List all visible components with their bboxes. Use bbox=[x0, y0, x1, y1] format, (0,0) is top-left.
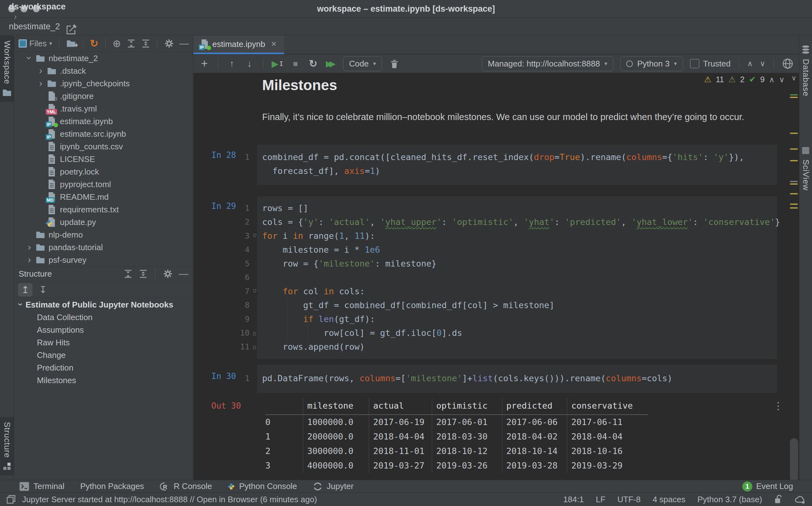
checkbox-icon[interactable] bbox=[690, 59, 699, 68]
settings-button[interactable] bbox=[163, 269, 173, 278]
inspection-stripe-mark[interactable] bbox=[790, 193, 798, 194]
open-in-browser-icon[interactable] bbox=[782, 58, 793, 69]
tool-window-button-workspace[interactable]: Workspace bbox=[0, 35, 14, 102]
previous-cell-icon[interactable]: ∧ bbox=[747, 59, 753, 68]
chevron-right-icon[interactable]: › bbox=[39, 78, 42, 88]
cloud-settings-icon[interactable] bbox=[794, 495, 806, 504]
inspection-stripe-mark[interactable] bbox=[790, 94, 798, 95]
file-tree-item-poetry-lock[interactable]: poetry.lock bbox=[14, 165, 193, 178]
fold-start-icon[interactable]: ⌂ bbox=[253, 229, 257, 243]
status-line-ending[interactable]: LF bbox=[596, 495, 605, 504]
restart-kernel-button[interactable]: ↻ bbox=[308, 58, 319, 70]
file-tree-item-estimate-ipynb[interactable]: IPestimate.ipynb bbox=[14, 115, 193, 128]
fold-end-icon[interactable]: ⌂ bbox=[253, 343, 257, 350]
structure-item-prediction[interactable]: Prediction bbox=[14, 361, 193, 374]
scrollbar-thumb[interactable] bbox=[790, 438, 798, 480]
collapse-all-button[interactable] bbox=[139, 269, 148, 278]
status-message[interactable]: Jupyter Server started at http://localho… bbox=[22, 495, 317, 504]
file-tree-item-psf-survey[interactable]: ›psf-survey bbox=[14, 254, 193, 266]
breadcrumb-item[interactable]: ds-workspace bbox=[9, 2, 74, 12]
tool-window-button-r-console[interactable]: RR Console bbox=[160, 482, 212, 491]
tool-window-button-sciview[interactable]: ▦ SciView bbox=[799, 140, 812, 196]
inspections-widget[interactable]: ⚠ 11 ⚠ 2 ✔ 9 ∧ ∨ bbox=[704, 75, 785, 84]
cell-editor[interactable]: pd.DataFrame(rows, columns=['milestone']… bbox=[257, 364, 777, 393]
kernel-select[interactable]: Python 3 ▾ bbox=[620, 57, 683, 71]
status-file-encoding[interactable]: UTF-8 bbox=[617, 495, 641, 504]
code-cell-in-29[interactable]: In 291234567891011⌂⌂⌂⌂rows = []cols = {'… bbox=[193, 196, 789, 359]
tool-window-button-structure[interactable]: Structure bbox=[0, 417, 14, 476]
file-tree-item--gitignore[interactable]: ⊘.gitignore bbox=[14, 90, 193, 102]
inspection-stripe-mark[interactable] bbox=[790, 160, 798, 161]
file-tree-item-requirements-txt[interactable]: requirements.txt bbox=[14, 203, 193, 216]
file-tree-item-pandas-tutorial[interactable]: ›pandas-tutorial bbox=[14, 241, 193, 254]
inspection-stripe-mark[interactable] bbox=[790, 203, 798, 205]
add-cell-button[interactable]: + bbox=[199, 57, 210, 70]
file-tree-item-license[interactable]: LICENSE bbox=[14, 153, 193, 165]
structure-item-assumptions[interactable]: Assumptions bbox=[14, 324, 193, 336]
status-caret-position[interactable]: 184:1 bbox=[563, 495, 584, 504]
inspection-stripe-mark[interactable] bbox=[790, 183, 798, 185]
cell-editor[interactable]: rows = []cols = {'y': 'actual', 'yhat_up… bbox=[257, 196, 777, 359]
sort-last-button[interactable]: ↧ bbox=[36, 283, 50, 297]
inspection-stripe-mark[interactable] bbox=[790, 133, 798, 134]
files-view-selector[interactable]: Files▾ bbox=[19, 39, 52, 49]
structure-item-milestones[interactable]: Milestones bbox=[14, 374, 193, 387]
chevron-right-icon[interactable]: › bbox=[28, 242, 31, 252]
trusted-checkbox[interactable]: Trusted bbox=[690, 59, 731, 69]
file-tree-item-estimate-src-ipynb[interactable]: IPestimate.src.ipynb bbox=[14, 128, 193, 140]
server-select[interactable]: Managed: http://localhost:8888 ▾ bbox=[482, 57, 613, 71]
structure-item-change[interactable]: Change bbox=[14, 349, 193, 361]
file-tree-item--travis-yml[interactable]: YML.travis.yml bbox=[14, 102, 193, 115]
code-cell-in-30[interactable]: In 301pd.DataFrame(rows, columns=['miles… bbox=[193, 364, 789, 393]
code-cell-in-28[interactable]: In 281combined_df = pd.concat([cleaned_h… bbox=[193, 145, 789, 185]
file-tree-item-update-py[interactable]: update.py bbox=[14, 216, 193, 229]
file-tree-item-nlp-demo[interactable]: nlp-demo bbox=[14, 229, 193, 241]
move-up-button[interactable]: ↑ bbox=[226, 58, 237, 69]
tab-estimate-ipynb[interactable]: IP estimate.ipynb ✕ bbox=[193, 35, 284, 54]
inspection-stripe-mark[interactable] bbox=[790, 181, 798, 182]
inspection-stripe-mark[interactable] bbox=[790, 207, 798, 208]
hide-button[interactable]: — bbox=[179, 268, 188, 279]
tool-window-toggle-icon[interactable] bbox=[6, 495, 16, 504]
move-down-button[interactable]: ↓ bbox=[244, 58, 255, 69]
next-cell-icon[interactable]: ∨ bbox=[760, 59, 765, 68]
sync-button[interactable]: ↻ bbox=[90, 37, 98, 50]
cell-type-select[interactable]: Code▾ bbox=[343, 57, 382, 71]
structure-root-item[interactable]: ›Estimate of Public Jupyter Notebooks bbox=[14, 299, 193, 311]
chevron-down-icon[interactable]: › bbox=[24, 57, 34, 60]
file-tree-item--dstack[interactable]: ›.dstack bbox=[14, 65, 193, 77]
add-folder-button[interactable]: + bbox=[66, 40, 76, 48]
notebook-content[interactable]: ⚠ 11 ⚠ 2 ✔ 9 ∧ ∨ Milestones Finally, it’… bbox=[193, 73, 799, 480]
tool-window-button-jupyter[interactable]: Jupyter bbox=[313, 482, 354, 491]
expand-all-button[interactable] bbox=[127, 39, 136, 48]
status-interpreter[interactable]: Python 3.7 (base) bbox=[697, 495, 762, 504]
file-tree-item--ipynb-checkpoints[interactable]: ›.ipynb_checkpoints bbox=[14, 77, 193, 90]
editor-scrollbar[interactable]: ∨ bbox=[789, 73, 799, 480]
run-cell-button[interactable]: ▶I bbox=[272, 59, 283, 69]
delete-cell-button[interactable] bbox=[389, 59, 400, 68]
structure-item-raw-hits[interactable]: Raw Hits bbox=[14, 336, 193, 349]
inspection-stripe-mark[interactable] bbox=[790, 148, 798, 150]
hide-button[interactable]: — bbox=[180, 38, 189, 49]
file-tree-item-ipynb-counts-csv[interactable]: ipynb_counts.csv bbox=[14, 140, 193, 153]
structure-item-data-collection[interactable]: Data Collection bbox=[14, 311, 193, 324]
fold-end-icon[interactable]: ⌂ bbox=[253, 330, 257, 336]
output-options-kebab-icon[interactable]: ⋮ bbox=[773, 400, 783, 412]
settings-button[interactable] bbox=[164, 39, 174, 48]
tool-window-button-python-console[interactable]: Python Console bbox=[228, 482, 297, 491]
event-log-button[interactable]: 1Event Log bbox=[742, 482, 793, 492]
previous-problem-icon[interactable]: ∧ bbox=[769, 75, 775, 84]
file-tree-item-pyproject-toml[interactable]: pyproject.toml bbox=[14, 178, 193, 191]
chevron-down-icon[interactable]: › bbox=[16, 303, 25, 306]
edit-source-icon[interactable] bbox=[66, 24, 77, 35]
sort-first-button[interactable]: ↥ bbox=[18, 283, 32, 297]
status-indent-style[interactable]: 4 spaces bbox=[653, 495, 685, 504]
unlock-icon[interactable] bbox=[774, 495, 782, 504]
chevron-right-icon[interactable]: › bbox=[28, 255, 31, 264]
collapse-all-button[interactable] bbox=[141, 39, 150, 48]
cell-editor[interactable]: combined_df = pd.concat([cleaned_hits_df… bbox=[257, 145, 777, 185]
breadcrumb-item[interactable]: nbestimate_2 bbox=[9, 22, 74, 31]
fold-start-icon[interactable]: ⌂ bbox=[253, 284, 257, 299]
run-all-button[interactable]: ▶▶ bbox=[326, 59, 336, 69]
tool-window-button-database[interactable]: Database bbox=[799, 40, 812, 101]
